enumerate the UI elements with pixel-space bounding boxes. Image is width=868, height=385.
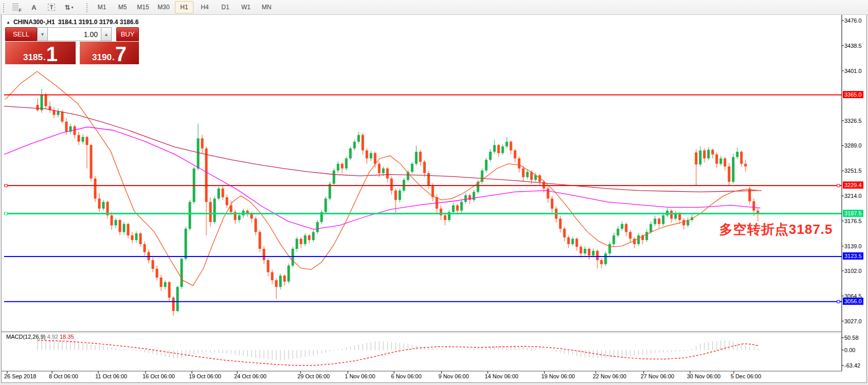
volume-input[interactable] [48, 27, 101, 41]
timeframe-button-d1[interactable]: D1 [216, 1, 235, 13]
timeframe-button-m5[interactable]: M5 [113, 1, 132, 13]
y-axis-label: 3251.5 [844, 168, 867, 174]
timeframe-button-mn[interactable]: MN [257, 1, 276, 13]
hline-price-label: 3229.4 [843, 181, 863, 189]
timeframe-group: M1M5M15M30H1H4D1W1MN [93, 1, 276, 13]
y-axis-label: 3438.5 [844, 43, 867, 49]
x-axis-label: 30 Nov 06:00 [687, 373, 720, 379]
macd-indicator-label: MACD(12,26,9) 4.92 18.35 [6, 334, 74, 340]
x-axis-label: 27 Nov 06:00 [641, 373, 674, 379]
timeframe-button-h4[interactable]: H4 [196, 1, 214, 13]
buy-price-display[interactable]: 3190.7 [80, 42, 139, 64]
x-axis-label: 22 Nov 06:00 [593, 373, 626, 379]
x-axis-label: 9 Nov 06:00 [438, 373, 469, 379]
x-axis-label: 14 Nov 06:00 [485, 373, 518, 379]
y-axis-label: 3289.0 [844, 142, 867, 149]
top-toolbar: F A T ⇅ ▾ M1M5M15M30H1H4D1W1MN [0, 0, 868, 15]
y-axis-label: 3176.5 [844, 218, 867, 224]
hline-price-label: 3123.5 [843, 252, 863, 260]
timeframe-button-m30[interactable]: M30 [154, 1, 173, 13]
chart-window [1, 14, 867, 383]
toolbar-drag-handle-2[interactable] [85, 2, 88, 12]
symbol-period: CHINA300-,H1 [13, 19, 55, 26]
fibonacci-icon[interactable]: F [8, 1, 25, 13]
x-axis-label: 1 Nov 06:00 [345, 373, 375, 379]
timeframe-button-w1[interactable]: W1 [237, 1, 255, 13]
chevron-down-icon: ▾ [71, 5, 73, 10]
arrows-style-icon[interactable]: ⇅ ▾ [61, 1, 77, 13]
ohlc-values: 3184.1 3191.0 3179.4 3186.6 [58, 19, 139, 26]
macd-main-value: 4.92 [47, 334, 58, 340]
macd-axis-label: -63.42 [844, 362, 867, 369]
macd-axis-label: 50.58 [844, 335, 867, 341]
timeframe-button-m15[interactable]: M15 [134, 1, 152, 13]
hline-price-label: 3056.0 [843, 298, 863, 305]
x-axis-label: 19 Nov 06:00 [541, 373, 575, 379]
x-axis-label: 24 Oct 06:00 [234, 373, 267, 379]
x-axis-label: 5 Dec 06:00 [731, 373, 761, 379]
x-axis-label: 29 Oct 06:00 [297, 373, 330, 379]
volume-increase-button[interactable]: ▲ [101, 27, 112, 41]
y-axis-label: 3027.0 [844, 318, 867, 324]
toolbar-drag-handle[interactable] [2, 2, 5, 12]
mt4-terminal: { "toolbar": { "icons": [ {"name": "fibo… [0, 0, 868, 385]
volume-decrease-button[interactable]: ▼ [37, 27, 48, 41]
sell-button[interactable]: SELL [5, 27, 37, 41]
y-axis-label: 3401.0 [844, 68, 867, 74]
label-icon[interactable]: T [43, 1, 60, 13]
hline-price-label: 3187.5 [843, 210, 863, 217]
collapse-icon[interactable]: ▲ [6, 20, 10, 25]
sell-price-display[interactable]: 3185.1 [5, 42, 76, 64]
x-axis-label: 11 Oct 06:00 [95, 373, 127, 379]
y-axis-label: 3102.0 [844, 268, 867, 274]
chart-title: ▲ CHINA300-,H1 3184.1 3191.0 3179.4 3186… [6, 19, 138, 26]
y-axis-label: 3139.0 [844, 243, 867, 249]
macd-axis-label: 0.00 [844, 347, 867, 353]
timeframe-button-h1[interactable]: H1 [175, 1, 193, 13]
text-icon[interactable]: A [26, 1, 42, 13]
x-axis-label: 16 Oct 06:00 [143, 373, 175, 379]
y-axis-label: 3326.5 [844, 118, 867, 124]
hline-price-label: 3365.0 [843, 91, 863, 98]
pivot-annotation-text: 多空转折点3187.5 [719, 221, 833, 239]
buy-button[interactable]: BUY [116, 27, 139, 41]
y-axis-label: 3476.0 [844, 17, 867, 24]
one-click-trading-panel: SELL ▼ ▲ BUY 3185.1 3190.7 [5, 27, 139, 64]
x-axis-label: 26 Sep 2018 [4, 373, 36, 379]
y-axis-label: 3214.0 [844, 193, 867, 199]
x-axis-label: 19 Oct 06:00 [189, 373, 221, 379]
x-axis-label: 8 Oct 06:00 [49, 373, 78, 379]
timeframe-button-m1[interactable]: M1 [93, 1, 111, 13]
macd-signal-value: 18.35 [60, 334, 74, 340]
window-bottom-edge [0, 383, 868, 385]
x-axis-label: 6 Nov 06:00 [391, 373, 421, 379]
